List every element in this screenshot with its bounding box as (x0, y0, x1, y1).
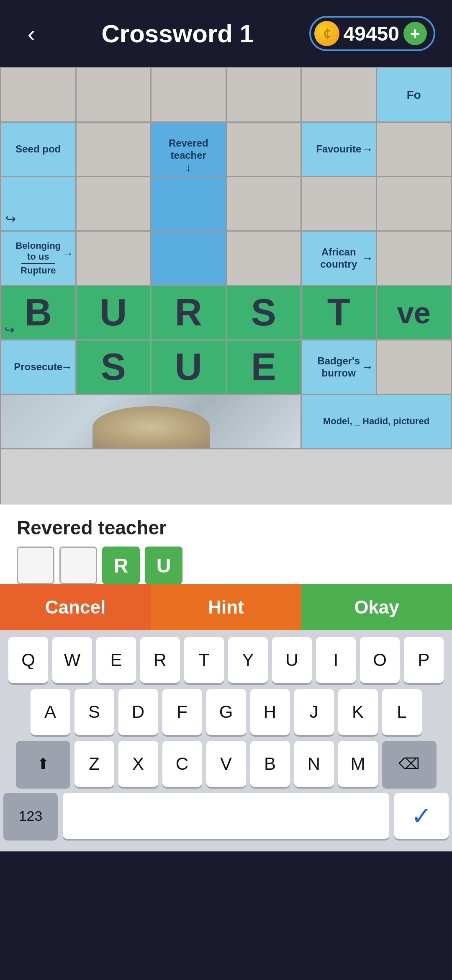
cell-r4c3[interactable] (152, 232, 227, 286)
back-button[interactable]: ‹ (17, 19, 46, 48)
cell-r3c5[interactable] (302, 177, 377, 232)
key-M[interactable]: M (338, 741, 378, 787)
answer-boxes: R U (17, 547, 435, 584)
cell-r3c1[interactable]: ↪ (1, 177, 77, 232)
clue-revered-teacher: Revered teacher (152, 135, 226, 164)
current-clue: Revered teacher (17, 516, 435, 539)
key-shift[interactable]: ⬆ (16, 741, 70, 787)
key-O[interactable]: O (360, 637, 400, 683)
coin-icon: ₵ (314, 21, 339, 46)
cell-r1c5[interactable] (302, 68, 377, 123)
letter-S2: S (101, 346, 126, 389)
cell-r6c6[interactable] (377, 340, 452, 395)
key-I[interactable]: I (316, 637, 356, 683)
arrow-right-icon4: → (61, 361, 73, 374)
key-T[interactable]: T (184, 637, 224, 683)
cell-r3c6[interactable] (377, 177, 452, 232)
letter-S: S (251, 291, 276, 334)
key-backspace[interactable]: ⌫ (382, 741, 437, 787)
arrow-right-icon2: → (62, 247, 74, 260)
cell-prosecute[interactable]: Prosecute → (1, 340, 77, 395)
answer-box-2[interactable] (59, 547, 97, 584)
answer-bar: Revered teacher R U (0, 504, 452, 584)
hint-button[interactable]: Hint (151, 584, 301, 630)
key-F[interactable]: F (162, 689, 202, 735)
cell-african-country[interactable]: African country → (302, 232, 377, 286)
cell-r3c3[interactable] (152, 177, 227, 232)
answer-box-1[interactable] (17, 547, 54, 584)
cell-badgers-burrow[interactable]: Badger's burrow → (302, 340, 377, 395)
key-P[interactable]: P (404, 637, 444, 683)
clue-favourite: Favourite (313, 141, 364, 158)
cell-r4c4[interactable] (227, 232, 302, 286)
letter-B: B (25, 291, 52, 334)
cell-r3c2[interactable] (77, 177, 152, 232)
cell-T[interactable]: T (302, 286, 377, 340)
coins-badge: ₵ 49450 + (309, 16, 435, 51)
clue-prosecute: Prosecute (11, 358, 65, 376)
key-C[interactable]: C (162, 741, 202, 787)
key-V[interactable]: V (206, 741, 246, 787)
cell-r1c3[interactable] (152, 68, 227, 123)
cell-r1c4[interactable] (227, 68, 302, 123)
key-K[interactable]: K (338, 689, 378, 735)
separator (21, 263, 55, 264)
key-numbers[interactable]: 123 (3, 793, 58, 839)
action-buttons: Cancel Hint Okay (0, 584, 452, 630)
keyboard-row-3: ⬆ Z X C V B N M ⌫ (3, 741, 449, 787)
cell-r2c6[interactable] (377, 123, 452, 177)
key-D[interactable]: D (118, 689, 158, 735)
cell-r3c4[interactable] (227, 177, 302, 232)
cell-U[interactable]: U (77, 286, 152, 340)
key-Y[interactable]: Y (228, 637, 268, 683)
cell-revered-teacher[interactable]: Revered teacher ↓ (152, 123, 227, 177)
cell-B[interactable]: ↪ B (1, 286, 77, 340)
key-Q[interactable]: Q (8, 637, 48, 683)
cell-r2c2[interactable] (77, 123, 152, 177)
key-L[interactable]: L (382, 689, 422, 735)
cell-S[interactable]: S (227, 286, 302, 340)
cell-favourite[interactable]: Favourite → (302, 123, 377, 177)
cell-model-hadid[interactable]: Model, _ Hadid, pictured (302, 395, 452, 449)
key-U[interactable]: U (272, 637, 312, 683)
cell-seed-pod[interactable]: Seed pod (1, 123, 77, 177)
cell-belonging[interactable]: Belongingto us Rupture → (1, 232, 77, 286)
cell-r5c6[interactable]: ve (377, 286, 452, 340)
keyboard-row-2: A S D F G H J K L (3, 689, 449, 735)
key-W[interactable]: W (52, 637, 92, 683)
key-Z[interactable]: Z (74, 741, 114, 787)
crossword-grid: Fo Seed pod Revered teacher ↓ Favourite … (0, 67, 452, 504)
key-R[interactable]: R (140, 637, 180, 683)
key-check[interactable]: ✓ (394, 793, 449, 839)
cell-S2[interactable]: S (77, 340, 152, 395)
cell-E[interactable]: E (227, 340, 302, 395)
cell-r1c2[interactable] (77, 68, 152, 123)
cell-r2c4[interactable] (227, 123, 302, 177)
arrow-right-icon: → (362, 143, 373, 156)
answer-box-3[interactable]: R (102, 547, 140, 584)
key-A[interactable]: A (31, 689, 70, 735)
key-S[interactable]: S (74, 689, 114, 735)
key-J[interactable]: J (294, 689, 334, 735)
key-N[interactable]: N (294, 741, 334, 787)
add-coins-button[interactable]: + (403, 22, 427, 45)
cell-r1c1[interactable] (1, 68, 77, 123)
key-G[interactable]: G (206, 689, 246, 735)
checkmark-icon: ✓ (411, 801, 432, 830)
cell-r4c2[interactable] (77, 232, 152, 286)
cell-U2[interactable]: U (152, 340, 227, 395)
okay-button[interactable]: Okay (301, 584, 452, 630)
cell-r1c6[interactable]: Fo (377, 68, 452, 123)
key-E[interactable]: E (96, 637, 136, 683)
cell-photo (1, 395, 302, 449)
key-H[interactable]: H (250, 689, 290, 735)
key-X[interactable]: X (118, 741, 158, 787)
key-B[interactable]: B (250, 741, 290, 787)
clue-model-hadid: Model, _ Hadid, pictured (321, 413, 432, 429)
cancel-button[interactable]: Cancel (0, 584, 151, 630)
cell-r4c6[interactable] (377, 232, 452, 286)
key-space[interactable] (63, 793, 389, 839)
answer-box-4[interactable]: U (145, 547, 182, 584)
clue-seed-pod: Seed pod (13, 141, 63, 158)
cell-R[interactable]: R (152, 286, 227, 340)
